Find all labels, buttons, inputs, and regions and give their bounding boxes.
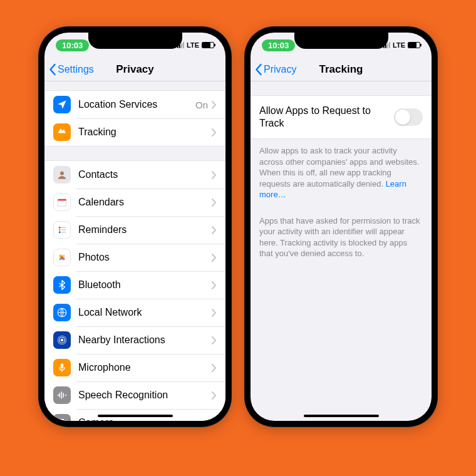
row-label: Bluetooth xyxy=(78,279,212,291)
svg-rect-21 xyxy=(60,419,64,421)
group-location: Location Services On Tracking xyxy=(44,90,225,147)
row-label: Speech Recognition xyxy=(78,390,212,401)
photos-icon xyxy=(53,249,71,266)
camera-icon xyxy=(53,414,71,421)
svg-rect-6 xyxy=(61,227,66,229)
chevron-right-icon xyxy=(212,419,217,422)
svg-point-15 xyxy=(61,339,64,342)
row-tracking[interactable]: Tracking xyxy=(44,118,225,146)
chevron-right-icon xyxy=(212,336,217,344)
svg-rect-1 xyxy=(58,199,66,201)
svg-rect-18 xyxy=(61,363,64,368)
svg-rect-8 xyxy=(61,232,66,233)
status-time: 10:03 xyxy=(262,39,295,51)
row-speech-recognition[interactable]: Speech Recognition xyxy=(44,381,225,409)
page-title: Privacy xyxy=(116,63,154,76)
group-data: Contacts Calendars Reminders xyxy=(44,160,225,421)
svg-point-12 xyxy=(59,257,63,261)
screen-privacy: 10:03 LTE Settings Privacy Loc xyxy=(44,33,225,421)
svg-point-13 xyxy=(62,257,65,261)
battery-icon xyxy=(408,42,420,48)
row-label: Tracking xyxy=(78,127,212,138)
chevron-left-icon xyxy=(48,63,56,76)
row-label: Contacts xyxy=(78,169,212,180)
speech-icon xyxy=(53,386,71,404)
back-button[interactable]: Settings xyxy=(48,63,94,76)
status-right: LTE xyxy=(383,41,420,49)
nearby-icon xyxy=(53,331,71,349)
svg-point-0 xyxy=(60,172,64,175)
bluetooth-icon xyxy=(53,276,71,294)
status-net: LTE xyxy=(393,41,405,49)
location-icon xyxy=(53,96,71,113)
calendar-icon xyxy=(53,194,71,211)
row-label: Location Services xyxy=(78,99,195,110)
row-calendars[interactable]: Calendars xyxy=(44,189,225,216)
svg-point-4 xyxy=(59,229,61,231)
svg-rect-19 xyxy=(58,420,66,421)
status-right: LTE xyxy=(177,41,214,49)
row-value: On xyxy=(195,100,208,110)
back-label: Settings xyxy=(58,64,94,75)
reminders-icon xyxy=(53,221,71,239)
row-label: Calendars xyxy=(78,197,212,208)
row-label: Nearby Interactions xyxy=(78,334,212,346)
chevron-right-icon xyxy=(212,254,217,262)
chevron-right-icon xyxy=(212,391,217,400)
chevron-right-icon xyxy=(212,171,217,179)
svg-rect-2 xyxy=(58,201,66,206)
footer-text-2: Apps that have asked for permission to t… xyxy=(251,207,432,268)
status-net: LTE xyxy=(187,41,199,49)
row-contacts[interactable]: Contacts xyxy=(44,161,225,189)
svg-point-3 xyxy=(59,227,61,229)
row-label: Local Network xyxy=(78,307,212,318)
row-nearby-interactions[interactable]: Nearby Interactions xyxy=(44,326,225,354)
contacts-icon xyxy=(53,166,71,184)
toggle-switch[interactable] xyxy=(394,108,423,126)
phone-privacy: 10:03 LTE Settings Privacy Loc xyxy=(38,26,232,427)
nav-bar: Privacy Tracking xyxy=(251,58,432,81)
row-photos[interactable]: Photos xyxy=(44,244,225,271)
chevron-right-icon xyxy=(212,128,217,137)
row-local-network[interactable]: Local Network xyxy=(44,299,225,326)
svg-point-5 xyxy=(59,231,61,233)
footer-text-1: Allow apps to ask to track your activity… xyxy=(251,139,432,207)
microphone-icon xyxy=(53,359,71,376)
svg-point-10 xyxy=(59,255,63,258)
chevron-right-icon xyxy=(212,281,217,289)
back-button[interactable]: Privacy xyxy=(254,63,296,76)
page-title: Tracking xyxy=(319,63,363,76)
settings-list: Location Services On Tracking Contacts xyxy=(44,81,225,421)
battery-icon xyxy=(202,42,214,48)
row-label: Microphone xyxy=(78,362,212,373)
chevron-left-icon xyxy=(254,63,262,76)
back-label: Privacy xyxy=(264,64,296,75)
chevron-right-icon xyxy=(212,226,217,234)
home-indicator[interactable] xyxy=(98,415,173,417)
tracking-content: Allow Apps to Request to Track Allow app… xyxy=(251,81,432,268)
tracking-icon xyxy=(53,123,71,141)
svg-point-11 xyxy=(62,255,65,258)
status-time: 10:03 xyxy=(56,39,89,51)
row-microphone[interactable]: Microphone xyxy=(44,354,225,381)
row-label: Reminders xyxy=(78,224,212,235)
row-bluetooth[interactable]: Bluetooth xyxy=(44,271,225,299)
chevron-right-icon xyxy=(212,199,217,207)
row-label: Camera xyxy=(78,417,212,421)
home-indicator[interactable] xyxy=(304,415,379,417)
row-location-services[interactable]: Location Services On xyxy=(44,91,225,118)
row-reminders[interactable]: Reminders xyxy=(44,216,225,244)
chevron-right-icon xyxy=(212,101,217,109)
screen-tracking: 10:03 LTE Privacy Tracking Allow Apps to… xyxy=(251,33,432,421)
phone-tracking: 10:03 LTE Privacy Tracking Allow Apps to… xyxy=(244,26,438,427)
chevron-right-icon xyxy=(212,364,217,372)
toggle-label: Allow Apps to Request to Track xyxy=(259,105,394,130)
row-label: Photos xyxy=(78,252,212,263)
nav-bar: Settings Privacy xyxy=(44,58,225,81)
svg-rect-7 xyxy=(61,229,66,230)
network-icon xyxy=(53,304,71,321)
chevron-right-icon xyxy=(212,309,217,317)
group-toggle: Allow Apps to Request to Track xyxy=(251,95,432,139)
row-allow-tracking[interactable]: Allow Apps to Request to Track xyxy=(251,96,432,138)
notch xyxy=(294,33,388,49)
